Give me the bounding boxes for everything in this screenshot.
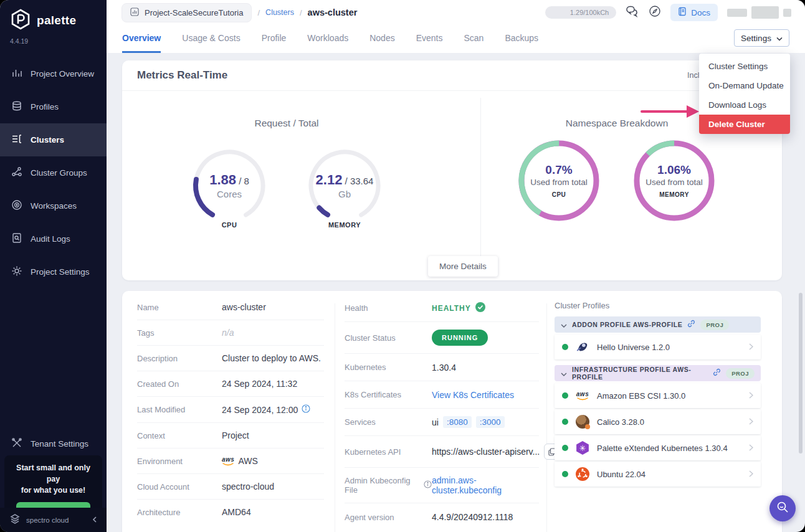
gauge-unit: Gb [338,189,351,199]
view-k8s-certificates-link[interactable]: View K8s Certificates [432,390,514,400]
menu-item-download-logs[interactable]: Download Logs [699,95,790,115]
detail-row-created-on: Created On 24 Sep 2024, 11:32 [137,371,324,397]
running-status-badge: RUNNING [432,330,488,346]
cpu-namespace-donut: 0.7% Used from total CPU [515,137,603,224]
chevron-right-icon [749,468,753,480]
sidebar-item-label: Profiles [31,102,59,112]
profile-layer-calico[interactable]: Calico 3.28.0 [555,409,761,434]
donut-value: 1.06% [657,163,691,177]
doc-search-icon [11,232,22,245]
more-details-button[interactable]: More Details [428,256,498,277]
tools-icon [11,437,22,450]
redacted-block [783,9,791,17]
profile-layer-palette-extended-kubernetes[interactable]: ✳ Palette eXtended Kubernetes 1.30.4 [555,435,761,460]
sidebar-item-audit-logs[interactable]: Audit Logs [0,222,107,255]
redacted-block [751,6,779,19]
sidebar-item-label: Project Overview [31,69,94,78]
page-scrollbar[interactable] [799,293,803,454]
bar-chart-icon [11,67,22,80]
tab-usage-costs[interactable]: Usage & Costs [182,33,240,53]
breadcrumb-separator: / [300,8,302,17]
menu-item-cluster-settings[interactable]: Cluster Settings [699,57,790,76]
breadcrumb-project-pill[interactable]: Project-ScaleSecureTutoria [121,3,252,22]
chevron-down-icon [561,368,567,379]
sidebar-item-clusters[interactable]: Clusters [0,123,107,156]
search-help-fab[interactable] [769,495,796,521]
metrics-header: Metrics Real-Time Incl [122,60,782,91]
request-total-title: Request / Total [193,118,380,129]
info-icon[interactable] [424,480,432,490]
sidebar-nav: Project Overview Profiles Clusters Clust… [0,57,107,288]
calico-logo-icon [575,414,590,429]
redacted-block [727,9,747,17]
aws-logo-icon: aws [222,457,234,466]
health-check-icon [475,302,485,314]
tab-workloads[interactable]: Workloads [307,33,348,53]
metrics-divider [480,98,481,269]
settings-dropdown-button[interactable]: Settings [734,29,789,47]
compass-icon[interactable] [649,5,661,20]
sidebar: palette 4.4.19 Project Overview Profiles… [0,0,107,532]
gear-icon [11,265,22,278]
profile-layer-amazon-ebs-csi[interactable]: aws Amazon EBS CSI 1.30.0 [555,383,761,408]
info-icon[interactable] [302,404,310,415]
sidebar-item-project-settings[interactable]: Project Settings [0,255,107,288]
donut-caption: Used from total [530,178,588,187]
sidebar-item-project-overview[interactable]: Project Overview [0,57,107,90]
chevron-right-icon [749,341,753,353]
detail-row-last-modified: Last Modified 24 Sep 2024, 12:00 [137,397,324,423]
docs-button[interactable]: Docs [670,4,718,21]
link-icon[interactable] [713,368,721,379]
menu-item-on-demand-update[interactable]: On-Demand Update [699,76,790,95]
sidebar-item-workspaces[interactable]: Workspaces [0,189,107,222]
detail-row-architecture: Architecture AMD64 [137,500,324,525]
proj-badge: PROJ [726,368,755,379]
tab-scan[interactable]: Scan [464,33,484,53]
detail-row-name: Name aws-cluster [137,295,324,320]
detail-row-tags: Tags n/a [137,320,324,346]
sidebar-item-cluster-groups[interactable]: Cluster Groups [0,156,107,189]
chevron-right-icon [749,416,753,427]
kubeconfig-download-link[interactable]: admin.aws-cluster.kubeconfig [432,475,539,495]
tab-nodes[interactable]: Nodes [369,33,394,53]
link-icon[interactable] [687,319,695,330]
detail-row-context: Context Project [137,423,324,449]
status-row-health: Health HEALTHY [345,295,539,322]
breadcrumb-current: aws-cluster [308,7,358,17]
breadcrumb-clusters-link[interactable]: Clusters [265,8,294,17]
brand-name: spectro cloud [26,516,87,524]
service-port-link[interactable]: :8080 [443,416,472,428]
profile-layer-ubuntu[interactable]: Ubuntu 22.04 [555,462,761,487]
chat-icon[interactable] [626,5,639,20]
infrastructure-profile-section-header[interactable]: INFRASTRUCTURE PROFILE AWS-PROFILE PROJ [555,365,761,381]
brand-block: palette 4.4.19 [0,0,107,45]
kubernetes-api-url: https://aws-cluster-apiserv... [432,447,540,457]
layer-status-dot [562,344,568,350]
chevron-right-icon [749,390,753,401]
detail-row-description: Description Cluster to deploy to AWS. [137,346,324,371]
sidebar-item-label: Audit Logs [31,234,70,244]
breadcrumb-separator: / [257,8,260,17]
gauge-label: CPU [189,221,270,229]
aws-logo-icon: aws [575,388,590,403]
sidebar-item-profiles[interactable]: Profiles [0,90,107,123]
menu-item-delete-cluster[interactable]: Delete Cluster [699,115,790,134]
hello-universe-icon [575,340,590,354]
donut-caption: Used from total [645,178,703,187]
collapse-sidebar-icon[interactable] [92,515,98,526]
user-account-area[interactable] [727,6,791,19]
cluster-info-column: Name aws-cluster Tags n/a Description Cl… [137,295,324,525]
layer-status-dot [562,419,568,425]
tab-profile[interactable]: Profile [262,33,287,53]
service-port-link[interactable]: :3000 [476,416,505,428]
cpu-request-gauge: 1.88 / 8 Cores CPU [189,145,270,226]
usage-quota-pill[interactable]: 1.29/100kCh [545,6,616,19]
status-row-services: Services ui :8080 :3000 [345,409,539,436]
gauge-label: MEMORY [304,221,385,229]
magnifier-smile-icon [776,500,789,516]
tab-backups[interactable]: Backups [505,33,538,53]
tab-overview[interactable]: Overview [122,33,161,53]
profile-layer-hello-universe[interactable]: Hello Universe 1.2.0 [555,335,761,359]
tab-events[interactable]: Events [416,33,443,53]
addon-profile-section-header[interactable]: ADDON PROFILE AWS-PROFILE PROJ [555,316,761,333]
